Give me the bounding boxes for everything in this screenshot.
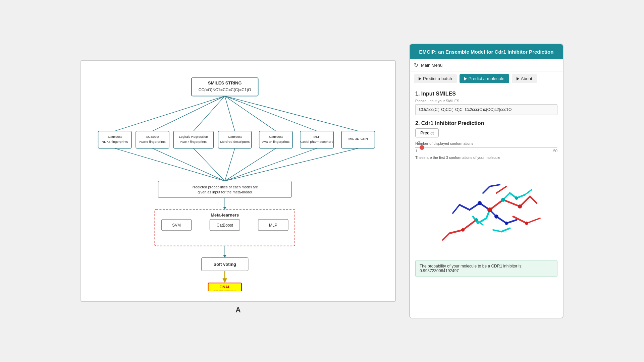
svg-line-68: [496, 186, 506, 193]
svg-line-65: [443, 233, 449, 240]
play-icon-molecule: [464, 77, 467, 80]
svg-text:CatBoost: CatBoost: [217, 223, 233, 228]
svg-line-72: [453, 205, 460, 213]
conformations-note: These are the first 3 conformations of y…: [415, 156, 557, 160]
svg-line-60: [503, 200, 520, 206]
svg-line-4: [153, 96, 225, 131]
nav-batch-button[interactable]: Predict a batch: [414, 74, 457, 83]
svg-text:CC(=O)NC1=CC=C(C(=C1)O: CC(=O)NC1=CC=C(C(=C1)O: [199, 87, 251, 92]
slider-min: 1: [415, 149, 417, 153]
svg-text:MLP: MLP: [313, 135, 320, 138]
svg-text:SMILES STRING: SMILES STRING: [208, 80, 241, 85]
nav-batch-label: Predict a batch: [423, 76, 452, 81]
svg-line-35: [225, 148, 317, 181]
svg-text:RDK6 fingerprints: RDK6 fingerprints: [139, 140, 165, 143]
section2-title: 2. Cdr1 Inhibitor Prediction: [415, 120, 557, 126]
svg-line-77: [490, 185, 500, 186]
play-icon-batch: [419, 77, 421, 80]
svg-text:CatBoost: CatBoost: [228, 135, 242, 138]
section1: 1. Input SMILES Please, input your SMILE…: [415, 91, 557, 115]
svg-line-9: [225, 96, 358, 131]
play-icon-about: [517, 77, 519, 80]
svg-line-30: [115, 148, 225, 181]
app-title: EMCIP: an Ensemble Model for Cdr1 Inhibi…: [419, 49, 554, 55]
result-box: The probability of your molecule to be a…: [415, 260, 557, 277]
svg-text:MLP: MLP: [269, 223, 277, 228]
svg-text:MIL-3D-GNN: MIL-3D-GNN: [348, 137, 368, 140]
svg-text:XGBoost: XGBoost: [146, 135, 159, 138]
nav-molecule-label: Predict a molecule: [469, 76, 504, 81]
svg-text:Mordred descriptors: Mordred descriptors: [220, 140, 250, 143]
flowchart-svg: SMILES STRING CC(=O)NC1=CC=C(C(=C1)O Cat…: [87, 71, 389, 291]
svg-text:FINAL: FINAL: [219, 285, 230, 289]
svg-line-8: [225, 96, 317, 131]
svg-text:RDK7 fingerprints: RDK7 fingerprints: [180, 140, 207, 143]
panel-b: EMCIP: an Ensemble Model for Cdr1 Inhibi…: [409, 44, 564, 318]
svg-line-3: [115, 96, 225, 131]
svg-line-67: [527, 218, 540, 223]
svg-marker-55: [222, 278, 227, 283]
svg-point-90: [518, 204, 522, 208]
nav-molecule-button[interactable]: Predict a molecule: [460, 74, 509, 83]
nav-about-label: About: [521, 76, 532, 81]
svg-line-59: [490, 200, 503, 210]
svg-text:given as input for the meta-mo: given as input for the meta-model: [198, 190, 252, 194]
panel-a: SMILES STRING CC(=O)NC1=CC=C(C(=C1)O Cat…: [80, 60, 396, 302]
molecule-viewer: [415, 163, 557, 257]
svg-point-88: [487, 207, 492, 212]
svg-point-89: [501, 198, 505, 202]
slider-track[interactable]: [415, 147, 557, 148]
slider-wrapper: 3: [415, 147, 557, 148]
svg-line-86: [493, 230, 501, 232]
panel-a-label: A: [235, 306, 241, 314]
svg-text:PREDICTION: PREDICTION: [214, 290, 236, 291]
svg-point-92: [494, 215, 498, 219]
svg-marker-41: [223, 207, 226, 209]
svg-text:RDK5 fingerprints: RDK5 fingerprints: [102, 140, 128, 143]
section1-label: Please, input your SMILES: [415, 99, 557, 103]
svg-rect-37: [158, 181, 291, 198]
svg-text:Gobbi pharmacophore: Gobbi pharmacophore: [300, 140, 333, 143]
svg-line-62: [530, 196, 537, 203]
svg-line-36: [225, 148, 358, 181]
svg-text:Predicted probabilities of eac: Predicted probabilities of each model ar…: [192, 185, 258, 189]
nav-about-button[interactable]: About: [512, 74, 537, 83]
svg-point-91: [478, 201, 482, 205]
svg-line-61: [520, 196, 530, 206]
smiles-input-display[interactable]: COc1cc(C(=O)CC(=O)C=Cc2ccc(O)c(OC)c2)ccc…: [415, 104, 557, 115]
svg-line-64: [449, 230, 463, 233]
slider-label: Number of displayed conformations: [415, 141, 557, 145]
section1-title: 1. Input SMILES: [415, 91, 557, 97]
predict-button[interactable]: Predict: [415, 128, 439, 137]
section2: 2. Cdr1 Inhibitor Prediction Predict Num…: [415, 120, 557, 277]
molecule-3d-svg: [429, 166, 543, 253]
slider-thumb[interactable]: [420, 145, 424, 150]
menu-label: Main Menu: [421, 63, 442, 68]
svg-marker-51: [223, 255, 226, 258]
slider-section: Number of displayed conformations 3 1 50: [415, 141, 557, 153]
slider-value: 3: [418, 141, 420, 144]
svg-text:CatBoost: CatBoost: [269, 135, 283, 138]
svg-line-6: [225, 96, 235, 131]
menu-bar: ↻ Main Menu: [410, 59, 563, 71]
svg-line-71: [460, 205, 470, 210]
slider-range: 1 50: [415, 149, 557, 153]
refresh-icon: ↻: [414, 62, 418, 68]
svg-line-85: [525, 190, 532, 195]
svg-line-5: [194, 96, 225, 131]
result-text: The probability of your molecule to be a…: [420, 264, 523, 273]
svg-text:Logistic Regression: Logistic Regression: [179, 135, 208, 138]
svg-point-95: [525, 222, 528, 225]
app-nav: Predict a batch Predict a molecule About: [410, 71, 563, 86]
svg-text:CatBoost: CatBoost: [108, 135, 122, 138]
slider-max: 50: [553, 149, 557, 153]
svg-line-76: [483, 186, 490, 193]
svg-line-63: [463, 220, 476, 230]
svg-text:SVM: SVM: [172, 223, 181, 228]
svg-point-93: [475, 218, 478, 222]
app-content: 1. Input SMILES Please, input your SMILE…: [410, 86, 563, 318]
svg-text:Avalon fingerprints: Avalon fingerprints: [262, 140, 289, 143]
svg-line-34: [225, 148, 276, 181]
svg-point-97: [505, 222, 508, 225]
svg-point-96: [461, 228, 465, 232]
